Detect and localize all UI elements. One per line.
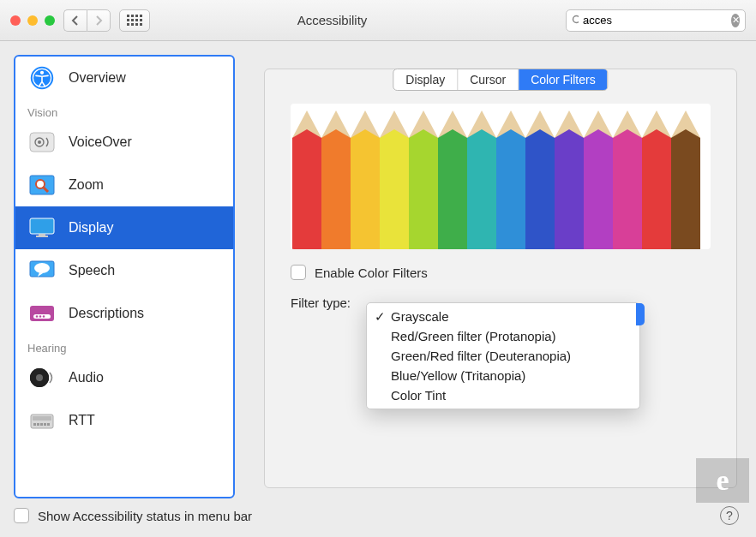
titlebar: Accessibility ✕ [0,0,756,41]
sidebar-item-label: Audio [69,370,104,385]
sidebar-header-vision: Vision [15,99,233,121]
sidebar-header-hearing: Hearing [15,335,233,356]
svg-rect-13 [36,236,48,237]
svg-rect-16 [30,306,54,321]
svg-point-19 [39,315,41,317]
sidebar-item-label: RTT [69,413,95,428]
svg-rect-27 [37,423,39,426]
svg-point-20 [43,315,45,317]
color-preview-pencils [291,104,711,249]
enable-filters-checkbox[interactable] [291,265,306,280]
svg-rect-12 [39,234,45,236]
svg-rect-5 [30,133,54,152]
tab-display[interactable]: Display [393,69,458,90]
enable-filters-label: Enable Color Filters [315,266,428,280]
search-icon [572,15,579,26]
filter-type-dropdown[interactable]: Grayscale Red/Green filter (Protanopia) … [366,302,640,409]
dropdown-option-deuteranopia[interactable]: Green/Red filter (Deuteranopia) [367,346,639,366]
descriptions-icon [27,301,57,326]
enable-filters-row: Enable Color Filters [291,265,711,280]
accessibility-icon [27,65,57,91]
voiceover-icon [27,129,57,155]
svg-point-4 [40,71,44,75]
dropdown-option-grayscale[interactable]: Grayscale [367,307,639,326]
audio-icon [27,365,57,391]
svg-point-7 [38,140,41,144]
sidebar-item-overview[interactable]: Overview [15,57,233,99]
sidebar-item-label: Speech [69,263,115,278]
main-panel: Display Cursor Color Filters Enable Colo… [250,55,751,498]
svg-rect-11 [30,218,54,234]
svg-rect-29 [44,423,46,426]
watermark-badge: e [696,458,749,503]
content-area: Overview Vision VoiceOver Zoom Display S… [0,41,756,504]
svg-point-15 [34,263,50,273]
show-all-prefs-button[interactable] [119,9,150,32]
tab-color-filters[interactable]: Color Filters [519,69,607,90]
dropdown-option-tritanopia[interactable]: Blue/Yellow (Tritanopia) [367,366,639,385]
svg-rect-30 [47,423,50,426]
clear-search-button[interactable]: ✕ [731,14,740,27]
svg-point-18 [36,315,38,317]
svg-point-0 [573,16,579,23]
sidebar-item-voiceover[interactable]: VoiceOver [15,121,233,164]
sidebar-item-descriptions[interactable]: Descriptions [15,292,233,335]
traffic-lights [10,15,55,26]
menubar-status-label: Show Accessibility status in menu bar [38,509,252,523]
dropdown-option-protanopia[interactable]: Red/Green filter (Protanopia) [367,326,639,346]
sidebar-item-label: Display [69,220,113,236]
search-input[interactable] [583,14,727,27]
close-window-button[interactable] [10,15,21,26]
svg-rect-26 [33,423,36,426]
grid-icon [127,15,142,26]
speech-icon [27,258,57,283]
zoom-icon [27,172,57,198]
display-icon [27,215,57,241]
sidebar-item-zoom[interactable]: Zoom [15,164,233,206]
forward-button[interactable] [87,9,111,32]
rtt-icon [27,408,57,433]
sidebar-item-label: VoiceOver [69,134,132,150]
back-button[interactable] [63,9,87,32]
menubar-status-checkbox[interactable] [14,508,29,523]
dropdown-option-color-tint[interactable]: Color Tint [367,385,639,405]
minimize-window-button[interactable] [27,15,38,26]
sidebar-item-label: Zoom [69,177,104,193]
zoom-window-button[interactable] [45,15,55,26]
settings-panel: Display Cursor Color Filters Enable Colo… [264,69,737,488]
sidebar-item-rtt[interactable]: RTT [15,399,233,442]
sidebar-item-label: Overview [69,70,126,86]
sidebar-item-speech[interactable]: Speech [15,249,233,292]
svg-rect-25 [33,416,51,421]
window-title: Accessibility [159,13,557,27]
search-field-container[interactable]: ✕ [566,9,746,32]
nav-buttons [63,9,111,32]
filter-type-label: Filter type: [291,295,351,310]
sidebar-item-display[interactable]: Display [15,206,233,249]
tab-cursor[interactable]: Cursor [458,69,519,90]
tab-bar: Display Cursor Color Filters [393,69,608,91]
svg-point-23 [36,374,43,381]
sidebar: Overview Vision VoiceOver Zoom Display S… [14,55,235,498]
svg-rect-28 [40,423,43,426]
sidebar-item-label: Descriptions [69,306,144,321]
help-button[interactable]: ? [720,506,739,525]
footer-row: Show Accessibility status in menu bar [14,508,252,523]
sidebar-item-audio[interactable]: Audio [15,356,233,399]
